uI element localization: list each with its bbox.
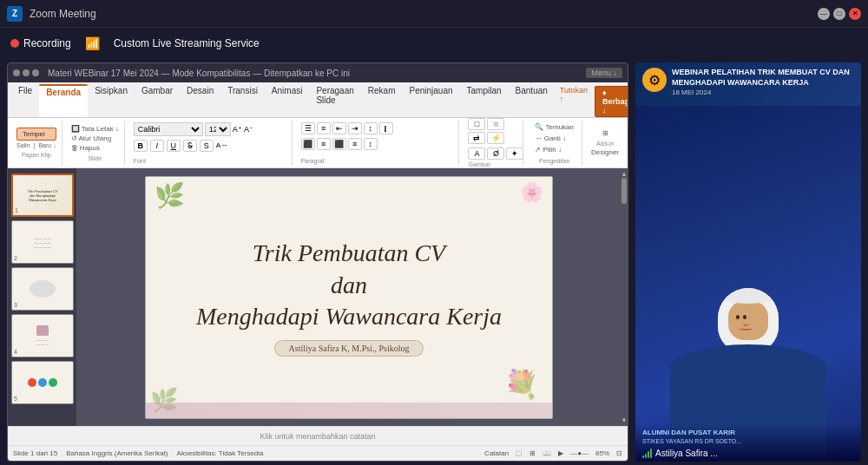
- slide-scrollbar[interactable]: ▲ ▼: [621, 168, 628, 426]
- tab-desain[interactable]: Desain: [180, 84, 220, 117]
- fit-button[interactable]: ⊡: [616, 449, 622, 457]
- text-direction-button[interactable]: ↕: [364, 122, 378, 134]
- ribbon: File Beranda Sisipkan Gambar Desain Tran…: [8, 82, 628, 118]
- tab-peninjauan[interactable]: Peninjauan: [403, 84, 460, 117]
- salin-label[interactable]: Salin: [16, 142, 30, 148]
- pilih-button[interactable]: ↗ Pilih ↓: [532, 145, 576, 154]
- view-reading-button[interactable]: 📖: [542, 449, 551, 457]
- papan-klip-label: Papan Klip: [22, 152, 51, 158]
- columns-button[interactable]: ⫿: [379, 122, 393, 134]
- notes-button[interactable]: Catatan: [484, 449, 509, 457]
- add-notes[interactable]: Klik untuk menambahkan catatan: [8, 426, 628, 445]
- video-main: ALUMNI DAN PUSAT KARIR STIKES YAYASAN RS…: [635, 106, 861, 462]
- bold-button[interactable]: B: [134, 140, 148, 152]
- accessibility-label: Aksesibilitas: Tidak Tersedia: [177, 449, 264, 457]
- signal-bars: [642, 448, 652, 458]
- slide-5-content: [26, 377, 59, 389]
- view-slide-button[interactable]: ⊞: [529, 449, 536, 457]
- outline-button[interactable]: Ø: [487, 147, 504, 160]
- line-spacing-button[interactable]: ↕: [364, 138, 378, 150]
- scroll-up-button[interactable]: ▲: [621, 170, 628, 178]
- align-right-button[interactable]: ⬛: [332, 138, 346, 150]
- menu-button[interactable]: Menu ↓: [586, 68, 622, 78]
- video-top-bar: ⚙ WEBINAR PELATIHAN TRIK MEMBUAT CV DAN …: [635, 62, 861, 106]
- shadow-button[interactable]: S: [200, 140, 214, 152]
- tab-transisi[interactable]: Transisi: [220, 84, 265, 117]
- tab-sisipkan[interactable]: Sisipkan: [88, 84, 135, 117]
- zoom-slider[interactable]: —●—: [570, 449, 589, 457]
- list-bullet-button[interactable]: ☰: [301, 122, 315, 134]
- signal-bar-2: [645, 454, 647, 458]
- maximize-button[interactable]: □: [833, 8, 845, 20]
- tab-peragaan[interactable]: Peragaan Slide: [309, 84, 360, 117]
- shape-btn-2[interactable]: ○: [487, 118, 504, 130]
- ppt-dot-2: [23, 69, 30, 76]
- tab-rekam[interactable]: Rekam: [361, 84, 403, 117]
- strikethrough-button[interactable]: S̶: [183, 140, 197, 152]
- tab-animasi[interactable]: Animasi: [265, 84, 310, 117]
- slide-1-content: Trik Pembuatan CV dan Menghadapi Wawanca…: [26, 187, 60, 204]
- list-num-button[interactable]: ≡: [317, 122, 331, 134]
- atur-ulang-label: ↺ Atur Ulang: [71, 134, 119, 142]
- font-size-select[interactable]: 12: [205, 122, 231, 136]
- ribbon-tabs: File Beranda Sisipkan Gambar Desain Tran…: [11, 84, 624, 117]
- tab-gambar[interactable]: Gambar: [135, 84, 180, 117]
- scrollbar-thumb[interactable]: [621, 178, 627, 204]
- italic-button[interactable]: I: [150, 140, 164, 152]
- temukan-button[interactable]: 🔍 Temukan: [532, 122, 576, 132]
- align-center-button[interactable]: ≡: [317, 138, 331, 150]
- shape-btn-1[interactable]: □: [468, 118, 485, 130]
- increase-indent-button[interactable]: ⇥: [348, 122, 362, 134]
- cepat-button[interactable]: ⚡: [487, 132, 504, 144]
- video-event-info: WEBINAR PELATIHAN TRIK MEMBUAT CV DAN ME…: [672, 68, 854, 98]
- ppt-dots: [13, 69, 39, 76]
- font-increase-button[interactable]: A⁺: [233, 125, 242, 134]
- font-family-select[interactable]: Calibri: [134, 122, 203, 136]
- justify-button[interactable]: ≡: [348, 138, 362, 150]
- drawing-group: □ ○ ⇄ ⚡ A Ø ✦ Gambar: [463, 121, 523, 166]
- video-event-title: WEBINAR PELATIHAN TRIK MEMBUAT CV DAN ME…: [672, 68, 854, 88]
- berbagi-ribbon-button[interactable]: ♦ Berbagi ↓: [595, 86, 628, 117]
- recording-label: Recording: [23, 37, 71, 49]
- font-group: Calibri 12 A⁺ A⁻ B I U S̶ S A↔ Font: [128, 121, 293, 166]
- view-normal-button[interactable]: ⬚: [516, 449, 523, 457]
- view-slideshow-button[interactable]: ▶: [558, 449, 563, 457]
- tempel-button[interactable]: Tempel: [16, 128, 56, 141]
- slide-canvas[interactable]: 🌿 🌸 💐 🌿 Trik Pembuatan CV dan Menghadapi…: [145, 176, 553, 419]
- alumni-label: ALUMNI DAN PUSAT KARIR: [642, 429, 854, 436]
- ganti-button[interactable]: ↔ Ganti ↓: [532, 134, 576, 143]
- slide-thumb-5[interactable]: 5: [11, 361, 74, 404]
- tab-file[interactable]: File: [11, 84, 39, 117]
- tutokan-button[interactable]: Tutokan ↑: [555, 84, 593, 117]
- scroll-down-button[interactable]: ▼: [621, 416, 628, 424]
- fill-button[interactable]: A: [468, 147, 485, 160]
- video-bottom-overlay: ALUMNI DAN PUSAT KARIR STIKES YAYASAN RS…: [635, 423, 861, 462]
- slide-thumb-2[interactable]: — — — —— — — —— — — — 2: [11, 220, 74, 264]
- slide-thumb-1[interactable]: Trik Pembuatan CV dan Menghadapi Wawanca…: [11, 174, 74, 217]
- baru-button[interactable]: Baru ↓: [38, 142, 56, 148]
- speaker-name: Astiliya Safira ...: [655, 449, 718, 458]
- align-left-button[interactable]: ⬛: [301, 138, 315, 150]
- char-spacing-button[interactable]: A↔: [216, 141, 227, 149]
- slide-thumb-3[interactable]: 3: [11, 267, 74, 311]
- tab-tampilan[interactable]: Tampilan: [460, 84, 509, 117]
- slide-thumb-4[interactable]: — — —— — — 4: [11, 314, 74, 357]
- hapus-label: 🗑 Hapus: [71, 144, 119, 152]
- add-notes-label: Klik untuk menambahkan catatan: [260, 432, 375, 441]
- ppt-statusbar: Slide 1 dari 15 Bahasa Inggris (Amerika …: [8, 445, 628, 461]
- close-button[interactable]: ✕: [849, 8, 861, 20]
- tab-beranda[interactable]: Beranda: [39, 84, 88, 117]
- slide-main-title: Trik Pembuatan CV dan Menghadapi Wawanca…: [196, 238, 502, 332]
- tab-bantuan[interactable]: Bantuan: [509, 84, 555, 117]
- atur-button[interactable]: ⇄: [468, 132, 485, 144]
- decrease-indent-button[interactable]: ⇤: [332, 122, 346, 134]
- ribbon-body: Tempel Salin | Baru ↓ Papan Klip 🔲 Tata …: [8, 118, 628, 168]
- wifi-icon: 📶: [85, 36, 100, 50]
- paragraph-label: Paragraf: [301, 158, 325, 164]
- effects-button[interactable]: ✦: [506, 147, 523, 160]
- slide-num-2: 2: [14, 255, 17, 261]
- ppt-window: Materi WEBinar 17 Mei 2024 — Mode Kompat…: [7, 62, 628, 462]
- underline-button[interactable]: U: [167, 140, 181, 152]
- font-decrease-button[interactable]: A⁻: [244, 125, 253, 134]
- minimize-button[interactable]: —: [818, 8, 830, 20]
